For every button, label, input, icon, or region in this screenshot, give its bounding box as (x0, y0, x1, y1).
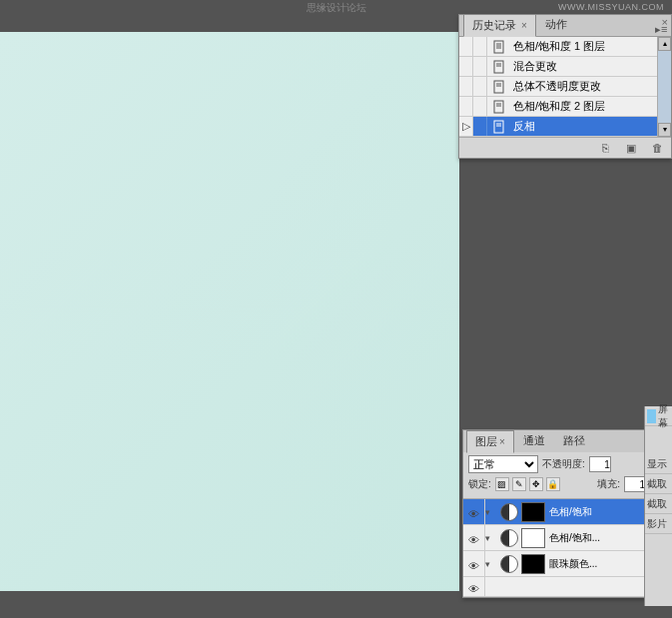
visibility-toggle[interactable]: 👁 (463, 577, 485, 596)
history-item[interactable]: 总体不透明度更改 (459, 77, 657, 97)
lock-position-icon[interactable]: ✥ (529, 477, 543, 491)
app-title: 思缘设计论坛 (307, 2, 366, 13)
layer-name: 眼珠颜色... (549, 557, 651, 571)
close-icon[interactable]: × (662, 16, 668, 28)
opacity-input[interactable] (589, 456, 611, 472)
tab-paths[interactable]: 路径 (554, 429, 594, 452)
tab-layers[interactable]: 图层× (466, 430, 514, 453)
lock-all-icon[interactable]: 🔒 (546, 477, 560, 491)
right-side-panel: 屏幕 显示 截取 截取 影片 (644, 406, 672, 606)
svg-rect-4 (494, 61, 503, 73)
eye-icon: 👁 (468, 508, 480, 516)
opacity-label: 不透明度: (542, 457, 585, 471)
trash-icon[interactable]: 🗑 (649, 141, 665, 155)
svg-rect-10 (494, 101, 503, 113)
document-icon (491, 39, 507, 55)
fill-label: 填充: (597, 477, 620, 491)
canvas-image-area (0, 32, 459, 591)
right-item[interactable]: 影片 (645, 514, 672, 534)
history-item[interactable]: 混合更改 (459, 57, 657, 77)
tab-channels[interactable]: 通道 (514, 429, 554, 452)
history-brush-col (473, 37, 487, 56)
history-label: 混合更改 (511, 59, 657, 74)
document-icon (491, 99, 507, 115)
history-item[interactable]: 色相/饱和度 2 图层 (459, 97, 657, 117)
adjustment-layer-icon (500, 529, 518, 547)
watermark: WWW.MISSYUAN.COM (558, 2, 664, 12)
layers-tabs: 图层× 通道 路径 (463, 430, 651, 452)
svg-rect-13 (494, 121, 503, 133)
visibility-toggle[interactable]: 👁 (463, 499, 485, 524)
eye-icon: 👁 (468, 560, 480, 568)
create-document-icon[interactable]: ⎘ (597, 141, 613, 155)
layer-name: 色相/饱和... (549, 531, 651, 545)
tab-close-icon[interactable]: × (499, 436, 505, 447)
history-label: 反相 (511, 119, 657, 134)
layer-row[interactable]: 👁 ▾ 色相/饱和... (463, 525, 651, 551)
history-tabs: 历史记录 × 动作 ▸≡ (459, 15, 671, 37)
layer-list: 👁 ▾ 色相/饱和 👁 ▾ 色相/饱和... 👁 ▾ 眼珠颜色... 👁 (463, 499, 651, 597)
layers-panel: 图层× 通道 路径 正常 不透明度: 锁定: ▨ ✎ ✥ 🔒 填充: 👁 ▾ (462, 429, 652, 598)
history-footer: ⎘ ▣ 🗑 (459, 137, 671, 158)
right-item[interactable]: 显示 (645, 454, 672, 474)
eye-icon: 👁 (468, 534, 480, 542)
history-snapshot-col (459, 37, 473, 56)
history-item[interactable]: 色相/饱和度 1 图层 (459, 37, 657, 57)
layer-row[interactable]: 👁 ▾ 眼珠颜色... (463, 551, 651, 577)
expand-arrow-icon[interactable]: ▾ (485, 559, 497, 569)
layer-mask-thumb[interactable] (521, 502, 545, 522)
right-item[interactable]: 屏幕 (645, 406, 672, 426)
layer-mask-thumb[interactable] (521, 554, 545, 574)
visibility-toggle[interactable]: 👁 (463, 551, 485, 576)
scrollbar[interactable]: ▴ ▾ (657, 37, 671, 137)
lock-label: 锁定: (468, 477, 491, 491)
adjustment-layer-icon (500, 503, 518, 521)
scroll-up-icon[interactable]: ▴ (658, 37, 671, 51)
tab-close-icon[interactable]: × (521, 20, 527, 31)
visibility-toggle[interactable]: 👁 (463, 525, 485, 550)
history-item[interactable]: ▷ 反相 (459, 117, 657, 137)
adjustment-layer-icon (500, 555, 518, 573)
document-icon (491, 79, 507, 95)
history-list: 色相/饱和度 1 图层 混合更改 总体不透明度更改 (459, 37, 657, 137)
expand-arrow-icon[interactable]: ▾ (485, 533, 497, 543)
expand-arrow-icon[interactable]: ▾ (485, 507, 497, 517)
document-icon (491, 119, 507, 135)
layer-row[interactable]: 👁 ▾ 色相/饱和 (463, 499, 651, 525)
tab-history[interactable]: 历史记录 × (463, 14, 536, 37)
tab-actions[interactable]: 动作 (536, 13, 576, 36)
right-item[interactable]: 截取 (645, 494, 672, 514)
layer-mask-thumb[interactable] (521, 528, 545, 548)
camera-icon[interactable]: ▣ (623, 141, 639, 155)
svg-rect-7 (494, 81, 503, 93)
fill-input[interactable] (624, 476, 646, 492)
color-swatch-icon (647, 409, 656, 423)
document-icon (491, 59, 507, 75)
eye-icon: 👁 (468, 583, 480, 591)
history-label: 色相/饱和度 1 图层 (511, 39, 657, 54)
history-label: 总体不透明度更改 (511, 79, 657, 94)
right-item[interactable]: 截取 (645, 474, 672, 494)
blend-mode-select[interactable]: 正常 (468, 455, 538, 473)
history-panel: × 历史记录 × 动作 ▸≡ 色相/饱和度 1 图层 (458, 14, 672, 159)
history-label: 色相/饱和度 2 图层 (511, 99, 657, 114)
layer-row[interactable]: 👁 (463, 577, 651, 597)
lock-transparency-icon[interactable]: ▨ (495, 477, 509, 491)
svg-rect-0 (494, 41, 503, 53)
layer-name: 色相/饱和 (549, 505, 651, 519)
scroll-down-icon[interactable]: ▾ (658, 123, 671, 137)
lock-pixels-icon[interactable]: ✎ (512, 477, 526, 491)
